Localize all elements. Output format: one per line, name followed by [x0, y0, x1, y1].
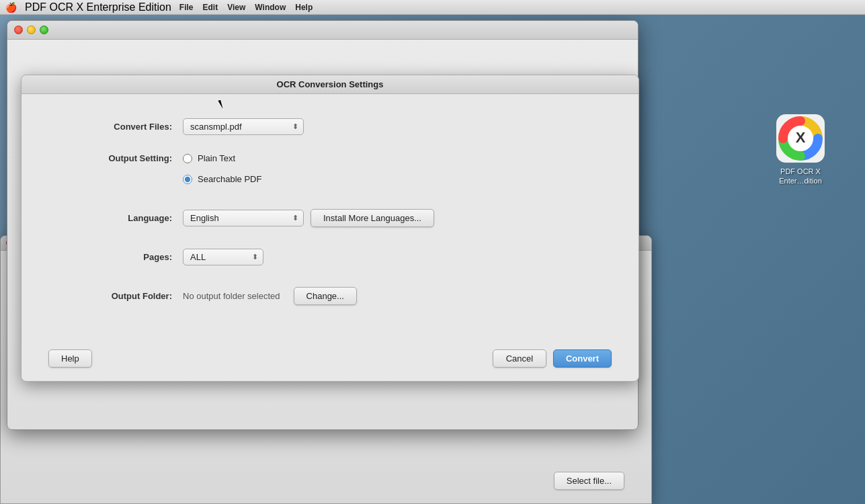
close-button[interactable] — [14, 26, 23, 34]
select-file-button[interactable]: Select file... — [554, 472, 624, 490]
settings-dialog: OCR Conversion Settings Convert Files: s… — [21, 75, 639, 382]
searchable-pdf-option[interactable]: Searchable PDF — [183, 174, 261, 184]
dialog-window: OCR Conversion Settings Convert Files: s… — [7, 20, 639, 430]
maximize-button[interactable] — [40, 26, 48, 34]
menubar-help[interactable]: Help — [295, 3, 313, 12]
pages-control: ALL 1 2 — [183, 249, 612, 265]
output-setting-control: Plain Text Searchable PDF — [183, 153, 612, 191]
plain-text-option[interactable]: Plain Text — [183, 153, 235, 163]
menubar: 🍎 PDF OCR X Enterprise Edition File Edit… — [0, 0, 865, 15]
searchable-pdf-radio[interactable] — [183, 175, 192, 184]
searchable-pdf-label: Searchable PDF — [198, 174, 261, 184]
language-select-wrapper: English French German Spanish — [183, 210, 304, 226]
install-languages-button[interactable]: Install More Languages... — [311, 209, 434, 227]
convert-files-control: scansmpl.pdf — [183, 118, 612, 135]
apple-menu-icon[interactable]: 🍎 — [5, 2, 17, 13]
settings-body: Convert Files: scansmpl.pdf Output Setti… — [22, 94, 639, 343]
output-folder-row: Output Folder: No output folder selected… — [48, 284, 612, 308]
traffic-lights — [14, 26, 48, 34]
convert-button[interactable]: Convert — [553, 349, 612, 368]
menubar-window[interactable]: Window — [255, 3, 286, 12]
pages-row: Pages: ALL 1 2 — [48, 245, 612, 269]
app-icon-image: X — [776, 114, 825, 163]
pages-select-wrapper: ALL 1 2 — [183, 249, 263, 265]
settings-title: OCR Conversion Settings — [277, 79, 384, 89]
help-button[interactable]: Help — [48, 349, 92, 368]
language-label: Language: — [48, 213, 183, 223]
svg-text:X: X — [796, 129, 806, 146]
menubar-view[interactable]: View — [227, 3, 245, 12]
language-row: Language: English French German Spanish … — [48, 206, 612, 230]
dialog-footer: Help Cancel Convert — [22, 343, 639, 381]
language-select[interactable]: English French German Spanish — [183, 210, 304, 226]
convert-files-row: Convert Files: scansmpl.pdf — [48, 114, 612, 138]
output-folder-control: No output folder selected Change... — [183, 287, 612, 305]
app-desktop-icon[interactable]: X PDF OCR X Enter…dition — [776, 114, 825, 186]
pages-label: Pages: — [48, 252, 183, 262]
plain-text-label: Plain Text — [198, 153, 235, 163]
menubar-file[interactable]: File — [179, 3, 194, 12]
menubar-edit[interactable]: Edit — [203, 3, 218, 12]
menubar-items: File Edit View Window Help — [179, 3, 313, 12]
output-folder-text: No output folder selected — [183, 291, 280, 301]
dialog-titlebar — [7, 21, 638, 40]
plain-text-radio[interactable] — [183, 154, 192, 163]
convert-files-select[interactable]: scansmpl.pdf — [183, 118, 304, 135]
pages-select[interactable]: ALL 1 2 — [183, 249, 263, 265]
minimize-button[interactable] — [27, 26, 36, 34]
convert-files-label: Convert Files: — [48, 122, 183, 132]
cancel-button[interactable]: Cancel — [493, 349, 546, 368]
action-buttons: Cancel Convert — [493, 349, 612, 368]
output-setting-row: Output Setting: Plain Text Searchable PD… — [48, 153, 612, 191]
output-folder-label: Output Folder: — [48, 291, 183, 301]
desktop-icon-label: PDF OCR X Enter…dition — [779, 167, 822, 186]
settings-titlebar: OCR Conversion Settings — [22, 75, 639, 94]
change-button[interactable]: Change... — [294, 287, 357, 305]
output-setting-label: Output Setting: — [48, 153, 183, 163]
menubar-app-name[interactable]: PDF OCR X Enterprise Edition — [25, 1, 171, 13]
language-control: English French German Spanish Install Mo… — [183, 209, 612, 227]
convert-files-select-wrapper: scansmpl.pdf — [183, 118, 304, 135]
